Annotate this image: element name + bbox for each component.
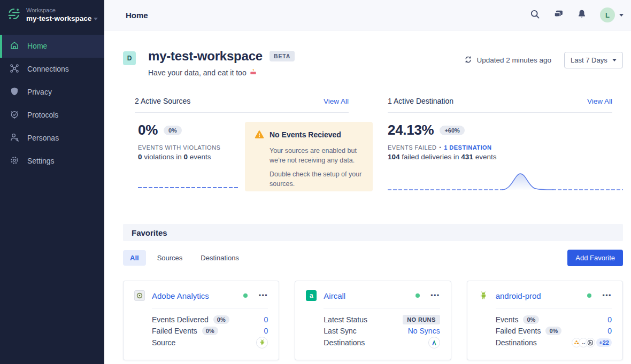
no-events-warning-card: No Events Recieved Your sources are enab… (245, 122, 373, 191)
violations-stat: 0% 0% EVENTS WITH VIOLATIONS 0 violation… (138, 122, 240, 190)
favorite-card-android-prod: android-prod ⋯ Events 0% 0 Failed Events (467, 281, 623, 360)
card-overflow-menu[interactable]: ⋯ (602, 293, 612, 298)
person-icon (10, 133, 19, 144)
sidebar-item-label: Connections (27, 65, 69, 73)
favorite-card-adobe-analytics: Adobe Analytics ⋯ Events Delivered 0% 0 … (123, 281, 279, 360)
events-failed-stat: 24.13% +60% EVENTS FAILED • 1 DESTINATIO… (388, 122, 623, 190)
beta-badge: BETA (270, 51, 295, 61)
connections-icon (10, 64, 19, 75)
active-destinations-header: 1 Active Destination (388, 97, 453, 105)
home-icon (10, 41, 19, 52)
card-title-link[interactable]: android-prod (496, 291, 541, 300)
last-updated: Updated 2 minutes ago (464, 56, 551, 65)
destination-icons-stack[interactable]: ‥ +22 (572, 338, 612, 347)
violations-delta-badge: 0% (164, 126, 182, 135)
aircall-logo-icon: a (306, 290, 317, 301)
app-window: Workspace my-test-workspace Home (0, 0, 631, 364)
sidebar: Workspace my-test-workspace Home (0, 0, 104, 364)
card-row: Failed Events 0% 0 (152, 326, 268, 337)
warning-body: Your sources are enabled but we’re not r… (270, 146, 364, 189)
events-failed-delta-badge: +60% (440, 126, 464, 135)
protocols-icon (10, 110, 19, 121)
card-row: Events Delivered 0% 0 (152, 314, 268, 326)
workspace-initial-badge: D (123, 51, 136, 65)
refresh-icon[interactable] (464, 56, 472, 65)
events-failed-value: 24.13% (388, 122, 434, 138)
no-runs-badge: NO RUNS (403, 315, 440, 324)
workspace-subtitle: Have your data, and eat it too (148, 68, 295, 78)
search-icon[interactable] (530, 9, 540, 21)
violations-sparkline (138, 187, 240, 188)
sidebar-item-label: Home (27, 42, 47, 50)
chevron-down-icon (619, 14, 624, 17)
sidebar-item-home[interactable]: Home (0, 35, 104, 58)
card-row: Events 0% 0 (496, 314, 612, 326)
card-row: Destinations (324, 337, 440, 348)
sidebar-nav: Home Connections (0, 35, 104, 173)
destination-count-link[interactable]: 1 DESTINATION (444, 144, 491, 151)
android-source-icon[interactable] (256, 337, 268, 348)
failed-events-value[interactable]: 0 (607, 327, 612, 335)
time-range-select[interactable]: Last 7 Days (564, 52, 623, 68)
events-value[interactable]: 0 (607, 315, 612, 324)
sidebar-item-connections[interactable]: Connections (0, 58, 104, 81)
workspace-name: my-test-workspace (26, 14, 98, 24)
chevron-down-icon (94, 18, 98, 20)
main-content: D my-test-workspace BETA Have your data,… (104, 30, 631, 364)
percent-badge: 0% (545, 327, 561, 335)
favorite-card-aircall: a Aircall ⋯ Latest Status NO RUNS La (295, 281, 451, 360)
avatar[interactable]: L (600, 7, 615, 22)
card-overflow-menu[interactable]: ⋯ (430, 293, 440, 298)
card-row: Last Sync No Syncs (324, 326, 440, 337)
sidebar-item-protocols[interactable]: Protocols (0, 104, 104, 127)
active-sources-header: 2 Active Sources (135, 97, 190, 105)
card-row: Latest Status NO RUNS (324, 314, 440, 326)
card-overflow-menu[interactable]: ⋯ (258, 293, 268, 298)
warning-triangle-icon (255, 130, 264, 142)
card-title-link[interactable]: Aircall (324, 291, 345, 300)
card-row: Destinations ‥ (496, 337, 612, 348)
status-dot (243, 293, 248, 298)
chevron-down-icon (612, 59, 617, 61)
add-favorite-button[interactable]: Add Favorite (567, 250, 623, 266)
aircall-destination-icon[interactable] (428, 337, 440, 348)
percent-badge: 0% (523, 315, 539, 324)
violations-detail: 0 violations in 0 events (138, 153, 240, 161)
card-title-link[interactable]: Adobe Analytics (152, 291, 209, 300)
tab-destinations[interactable]: Destinations (194, 250, 246, 266)
android-logo-icon (478, 290, 489, 301)
user-menu[interactable]: L (600, 7, 624, 22)
chat-icon[interactable] (553, 9, 564, 21)
events-failed-label: EVENTS FAILED • 1 DESTINATION (388, 144, 623, 151)
tab-all[interactable]: All (123, 250, 146, 266)
warning-title: No Events Recieved (270, 130, 341, 139)
more-destinations-badge[interactable]: +22 (596, 338, 612, 347)
no-syncs-link[interactable]: No Syncs (408, 327, 440, 335)
tab-sources[interactable]: Sources (150, 250, 190, 266)
workspace-switcher[interactable]: Workspace my-test-workspace (0, 0, 104, 31)
adobe-analytics-logo-icon (134, 290, 145, 301)
page-title: Home (126, 11, 148, 20)
sidebar-item-label: Personas (27, 134, 59, 142)
bell-icon[interactable] (577, 9, 587, 21)
sidebar-item-label: Privacy (27, 88, 52, 96)
events-failed-sparkline (388, 168, 623, 193)
events-delivered-value[interactable]: 0 (264, 315, 268, 324)
sidebar-item-label: Protocols (27, 111, 58, 119)
failed-events-value[interactable]: 0 (264, 327, 268, 335)
sidebar-item-personas[interactable]: Personas (0, 127, 104, 150)
top-bar: Home (104, 0, 631, 30)
status-dot (415, 293, 420, 298)
sidebar-item-settings[interactable]: Settings (0, 150, 104, 173)
card-row: Failed Events 0% 0 (496, 326, 612, 337)
favorites-tabs: All Sources Destinations Add Favorite (123, 250, 623, 266)
shield-icon (10, 87, 19, 98)
favorites-title: Favorites (132, 228, 167, 237)
gear-icon (10, 156, 19, 167)
card-row: Source (152, 337, 268, 348)
view-all-destinations-link[interactable]: View All (587, 97, 612, 105)
view-all-sources-link[interactable]: View All (324, 97, 349, 105)
sidebar-item-privacy[interactable]: Privacy (0, 81, 104, 104)
events-failed-detail: 104 failed deliveries in 431 events (388, 153, 623, 161)
segment-logo-icon (7, 7, 21, 23)
